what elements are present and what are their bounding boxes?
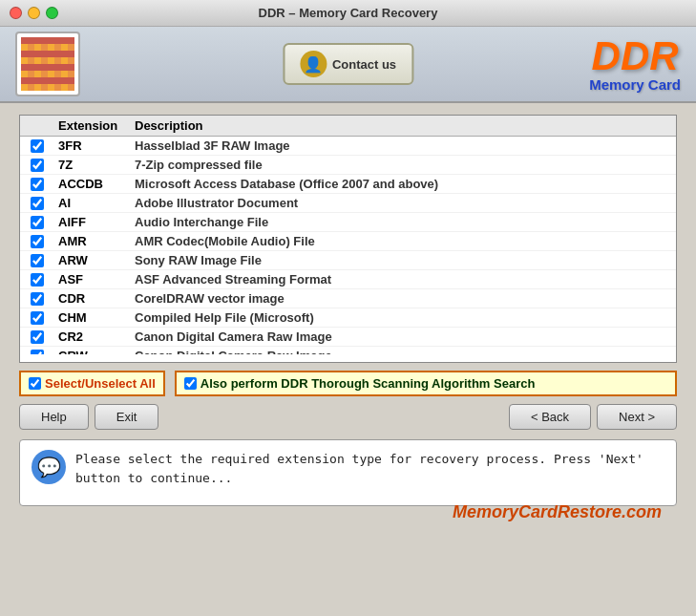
- thorough-scan-box[interactable]: Also perform DDR Thorough Scanning Algor…: [175, 371, 677, 396]
- check-col-header: [20, 118, 54, 133]
- ddr-text: DDR: [589, 36, 681, 76]
- table-row[interactable]: ASF ASF Advanced Streaming Format: [20, 270, 676, 289]
- app-logo: [15, 32, 80, 96]
- row-description: Audio Interchange File: [131, 215, 676, 229]
- row-checkbox[interactable]: [31, 178, 44, 191]
- row-description: ASF Advanced Streaming Format: [131, 272, 676, 287]
- row-check-cell[interactable]: [20, 178, 54, 191]
- row-checkbox[interactable]: [31, 197, 44, 210]
- row-check-cell[interactable]: [20, 139, 54, 153]
- table-row[interactable]: CR2 Canon Digital Camera Raw Image: [20, 328, 676, 347]
- row-description: Canon Digital Camera Raw Image: [131, 349, 676, 354]
- help-button[interactable]: Help: [19, 404, 89, 430]
- row-description: Microsoft Access Database (Office 2007 a…: [131, 177, 676, 191]
- row-checkbox[interactable]: [31, 273, 44, 287]
- row-extension: 3FR: [54, 138, 131, 153]
- table-row[interactable]: ARW Sony RAW Image File: [20, 251, 676, 270]
- row-check-cell[interactable]: [20, 216, 54, 229]
- ddr-logo: DDR Memory Card: [589, 36, 681, 93]
- row-checkbox[interactable]: [31, 254, 44, 267]
- table-row[interactable]: 7Z 7-Zip compressed file: [20, 156, 676, 175]
- row-check-cell[interactable]: [20, 197, 54, 210]
- footer-brand: MemoryCardRestore.com: [4, 502, 662, 522]
- row-extension: CDR: [54, 291, 131, 306]
- ddr-sub: Memory Card: [589, 76, 681, 93]
- thorough-label: Also perform DDR Thorough Scanning Algor…: [200, 376, 536, 391]
- row-checkbox[interactable]: [31, 311, 44, 325]
- window-controls[interactable]: [10, 7, 58, 19]
- title-bar: DDR – Memory Card Recovery: [0, 0, 696, 27]
- row-extension: ASF: [54, 272, 131, 287]
- contact-label: Contact us: [332, 57, 396, 72]
- row-check-cell[interactable]: [20, 350, 54, 355]
- logo-icon: [21, 37, 74, 91]
- main-content: Extension Description 3FR Hasselblad 3F …: [0, 103, 696, 616]
- info-box: 💬 Please select the required extension t…: [19, 439, 677, 506]
- row-extension: AI: [54, 196, 131, 210]
- row-checkbox[interactable]: [31, 292, 44, 306]
- row-extension: 7Z: [54, 158, 131, 172]
- maximize-button[interactable]: [46, 7, 58, 19]
- row-check-cell[interactable]: [20, 254, 54, 267]
- buttons-row: Help Exit < Back Next >: [19, 404, 677, 430]
- row-check-cell[interactable]: [20, 311, 54, 325]
- table-row[interactable]: CRW Canon Digital Camera Raw Image: [20, 347, 676, 354]
- back-button[interactable]: < Back: [509, 404, 591, 430]
- row-description: Sony RAW Image File: [131, 253, 676, 267]
- info-icon: 💬: [32, 450, 66, 484]
- row-checkbox[interactable]: [31, 139, 44, 153]
- file-list-body[interactable]: 3FR Hasselblad 3F RAW Image 7Z 7-Zip com…: [20, 137, 676, 354]
- table-row[interactable]: AMR AMR Codec(Mobile Audio) File: [20, 232, 676, 251]
- header: 👤 Contact us DDR Memory Card: [0, 27, 696, 103]
- row-checkbox[interactable]: [31, 216, 44, 229]
- contact-button[interactable]: 👤 Contact us: [283, 43, 413, 85]
- row-extension: CR2: [54, 329, 131, 344]
- row-extension: CRW: [54, 349, 131, 354]
- table-row[interactable]: CDR CorelDRAW vector image: [20, 289, 676, 308]
- row-check-cell[interactable]: [20, 273, 54, 287]
- table-row[interactable]: CHM Compiled Help File (Microsoft): [20, 308, 676, 328]
- file-list-container: Extension Description 3FR Hasselblad 3F …: [19, 115, 677, 363]
- description-col-header: Description: [131, 118, 676, 133]
- info-message: Please select the required extension typ…: [75, 450, 664, 487]
- controls-row: Select/Unselect All Also perform DDR Tho…: [19, 371, 677, 396]
- row-description: AMR Codec(Mobile Audio) File: [131, 234, 676, 248]
- thorough-checkbox[interactable]: [184, 377, 197, 390]
- minimize-button[interactable]: [28, 7, 40, 19]
- row-description: Hasselblad 3F RAW Image: [131, 138, 676, 153]
- table-row[interactable]: 3FR Hasselblad 3F RAW Image: [20, 137, 676, 156]
- row-check-cell[interactable]: [20, 159, 54, 172]
- row-check-cell[interactable]: [20, 292, 54, 306]
- row-extension: AMR: [54, 234, 131, 248]
- table-row[interactable]: AI Adobe Illustrator Document: [20, 194, 676, 213]
- row-checkbox[interactable]: [31, 350, 44, 355]
- row-extension: ACCDB: [54, 177, 131, 191]
- row-checkbox[interactable]: [31, 330, 44, 344]
- row-check-cell[interactable]: [20, 235, 54, 248]
- row-description: Compiled Help File (Microsoft): [131, 310, 676, 325]
- select-all-checkbox[interactable]: [29, 377, 41, 390]
- row-description: CorelDRAW vector image: [131, 291, 676, 306]
- table-row[interactable]: AIFF Audio Interchange File: [20, 213, 676, 232]
- close-button[interactable]: [10, 7, 22, 19]
- contact-icon: 👤: [300, 51, 327, 77]
- row-extension: AIFF: [54, 215, 131, 229]
- window-title: DDR – Memory Card Recovery: [259, 6, 438, 20]
- table-row[interactable]: ACCDB Microsoft Access Database (Office …: [20, 175, 676, 194]
- row-check-cell[interactable]: [20, 330, 54, 344]
- exit-button[interactable]: Exit: [95, 404, 159, 430]
- row-extension: ARW: [54, 253, 131, 267]
- row-checkbox[interactable]: [31, 159, 44, 172]
- file-list-header: Extension Description: [20, 116, 676, 137]
- row-extension: CHM: [54, 310, 131, 325]
- row-description: Canon Digital Camera Raw Image: [131, 329, 676, 344]
- extension-col-header: Extension: [54, 118, 131, 133]
- select-all-label: Select/Unselect All: [45, 376, 156, 391]
- row-description: 7-Zip compressed file: [131, 158, 676, 172]
- row-description: Adobe Illustrator Document: [131, 196, 676, 210]
- select-all-box[interactable]: Select/Unselect All: [19, 371, 165, 396]
- next-button[interactable]: Next >: [597, 404, 677, 430]
- row-checkbox[interactable]: [31, 235, 44, 248]
